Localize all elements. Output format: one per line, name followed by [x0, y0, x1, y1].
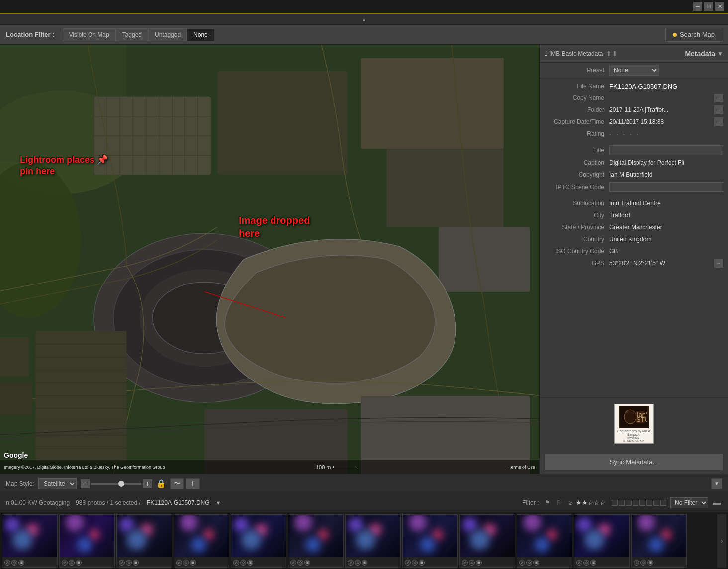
filter-collapse-button[interactable]: ▬: [712, 498, 722, 508]
filmstrip-thumbnail[interactable]: ⤢ ◇ ▣: [288, 514, 344, 568]
terms-link[interactable]: Terms of Use: [509, 465, 535, 470]
map-tool-extra-button[interactable]: ⌇: [186, 478, 200, 489]
copy-name-edit-button[interactable]: →: [714, 94, 723, 102]
film-strip-bottom: ⤢ ◇ ▣: [117, 557, 172, 568]
none-button[interactable]: None: [187, 28, 214, 41]
folder-edit-button[interactable]: →: [714, 105, 723, 114]
filmstrip-next-arrow[interactable]: ›: [717, 514, 726, 568]
filmstrip-thumbnail[interactable]: ⤢ ◇ ▣: [631, 514, 687, 568]
zoom-in-button[interactable]: +: [143, 479, 152, 488]
map-tool-wave-button[interactable]: 〜: [170, 478, 184, 489]
satellite-map[interactable]: Lightroom places 📌 pin here Image droppe…: [0, 45, 539, 474]
titlebar: ─ □ ✕: [0, 0, 728, 14]
selected-filename[interactable]: FK1120A-G10507.DNG: [147, 499, 210, 506]
metadata-dropdown-icon[interactable]: ▼: [717, 50, 723, 57]
zoom-slider-thumb[interactable]: [118, 481, 124, 487]
untagged-button[interactable]: Untagged: [148, 28, 187, 41]
flag-pick-icon[interactable]: ⚑: [543, 498, 552, 508]
map-panel-dropdown-button[interactable]: ▼: [711, 478, 722, 489]
zoom-bar: − +: [81, 479, 152, 488]
preset-select[interactable]: None: [609, 65, 659, 76]
copy-name-row: Copy Name →: [540, 92, 728, 104]
filter-select[interactable]: No Filter: [670, 497, 708, 508]
location-filter-label: Location Filter :: [6, 31, 55, 38]
right-panel: 1 IMB Basic Metadata ⬆⬇ Metadata ▼ Prese…: [539, 45, 728, 474]
film-icons: ⤢ ◇ ▣: [348, 560, 367, 566]
folder-label: Folder: [545, 106, 609, 113]
title-row: Title: [540, 144, 728, 157]
metadata-rows-section: File Name FK1120A-G10507.DNG Copy Name →…: [540, 78, 728, 397]
color-filter-4[interactable]: [633, 500, 638, 506]
lock-icon[interactable]: 🔒: [156, 479, 166, 488]
film-icons: ⤢ ◇ ▣: [62, 560, 82, 566]
minimize-button[interactable]: ─: [693, 2, 702, 11]
collapse-arrow-icon[interactable]: ▲: [361, 16, 367, 23]
capture-datetime-edit-button[interactable]: →: [714, 117, 723, 126]
film-lock-icon: ▣: [590, 560, 596, 566]
rating-value[interactable]: · · · · ·: [609, 130, 640, 138]
search-map-button[interactable]: Search Map: [665, 28, 722, 42]
tagged-button[interactable]: Tagged: [116, 28, 148, 41]
rating-label: Rating: [545, 130, 609, 137]
map-style-select[interactable]: Satellite: [38, 478, 77, 489]
sublocation-row: Sublocation Intu Trafford Centre: [540, 197, 728, 209]
map-area[interactable]: Lightroom places 📌 pin here Image droppe…: [0, 45, 539, 474]
color-filter-3[interactable]: [626, 500, 632, 506]
svg-rect-8: [439, 227, 530, 292]
film-strip-bottom: ⤢ ◇ ▣: [2, 557, 57, 568]
filmstrip-thumbnail[interactable]: ⤢ ◇ ▣: [402, 514, 458, 568]
film-lock-icon: ▣: [190, 560, 196, 566]
color-filter-5[interactable]: [639, 500, 645, 506]
iptc-scene-value[interactable]: [609, 182, 723, 192]
filter-area: Filter : ⚑ ⚐ ≥ ★★☆☆☆ No Filter ▬: [522, 497, 722, 508]
color-filter-8[interactable]: [660, 500, 666, 506]
film-badge-icon: ◇: [526, 560, 532, 566]
zoom-slider[interactable]: [91, 483, 141, 485]
close-button[interactable]: ✕: [715, 2, 724, 11]
film-crop-icon: ⤢: [462, 560, 468, 566]
film-lock-icon: ▣: [647, 560, 653, 566]
filter-flag-icons: ⚑ ⚐: [543, 498, 564, 508]
sync-metadata-button[interactable]: Sync Metadata...: [545, 454, 723, 470]
film-crop-icon: ⤢: [348, 560, 354, 566]
map-style-bar: Map Style: Satellite − + 🔒 〜 ⌇ ▼: [0, 474, 728, 493]
svg-text:STUDIO: STUDIO: [637, 416, 647, 423]
svg-rect-7: [386, 149, 503, 227]
flag-reject-icon[interactable]: ⚐: [554, 498, 564, 508]
main-content: Lightroom places 📌 pin here Image droppe…: [0, 45, 728, 474]
filmstrip-thumbnail[interactable]: ⤢ ◇ ▣: [174, 514, 229, 568]
filmstrip-thumbnail[interactable]: ⤢ ◇ ▣: [574, 514, 630, 568]
metadata-preset-title: 1 IMB Basic Metadata: [545, 50, 603, 57]
filmstrip-thumbnail[interactable]: ⤢ ◇ ▣: [517, 514, 572, 568]
film-lock-icon: ▣: [533, 560, 539, 566]
color-filter-2[interactable]: [619, 500, 625, 506]
filmstrip-thumbnail[interactable]: ⤢ ◇ ▣: [345, 514, 401, 568]
filmstrip-thumbnail[interactable]: ⤢ ◇ ▣: [2, 514, 58, 568]
film-icons: ⤢ ◇ ▣: [576, 560, 596, 566]
color-filter-1[interactable]: [612, 500, 618, 506]
film-badge-icon: ◇: [297, 560, 303, 566]
metadata-nav-arrows[interactable]: ⬆⬇: [606, 50, 618, 58]
gps-edit-button[interactable]: →: [714, 259, 723, 268]
filmstrip-thumbnail[interactable]: ⤢ ◇ ▣: [116, 514, 172, 568]
filter-stars[interactable]: ★★☆☆☆: [576, 499, 606, 506]
filmstrip-thumbnail[interactable]: ⤢ ◇ ▣: [231, 514, 286, 568]
zoom-out-button[interactable]: −: [81, 479, 90, 488]
sublocation-label: Sublocation: [545, 200, 609, 207]
color-filter-6[interactable]: [646, 500, 652, 506]
maximize-button[interactable]: □: [704, 2, 713, 11]
svg-rect-6: [361, 58, 504, 149]
filmstrip-thumbnail[interactable]: ⤢ ◇ ▣: [459, 514, 515, 568]
title-value[interactable]: [609, 145, 723, 155]
film-lock-icon: ▣: [362, 560, 367, 566]
preset-row: Preset None: [540, 63, 728, 78]
filename-dropdown-arrow[interactable]: ▼: [216, 500, 221, 506]
film-crop-icon: ⤢: [119, 560, 125, 566]
color-filter-7[interactable]: [653, 500, 659, 506]
film-crop-icon: ⤢: [62, 560, 68, 566]
filmstrip-thumbnail[interactable]: ⤢ ◇ ▣: [59, 514, 115, 568]
film-badge-icon: ◇: [183, 560, 189, 566]
studio-logo: Ian's STUDIO Photography by Ian A Simpso…: [614, 404, 654, 444]
visible-on-map-button[interactable]: Visible On Map: [63, 28, 116, 41]
film-strip-bottom: ⤢ ◇ ▣: [60, 557, 114, 568]
